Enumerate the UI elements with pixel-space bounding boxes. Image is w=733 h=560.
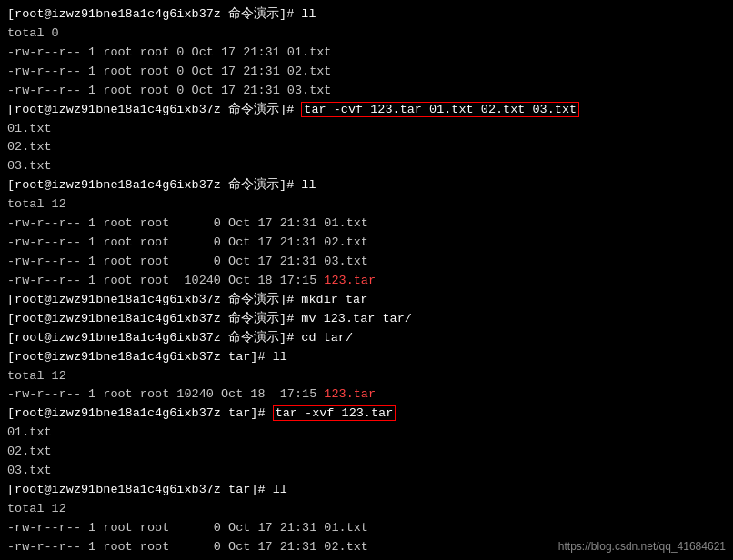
terminal-line: -rw-r--r-- 1 root root 0 Oct 17 21:31 02… [7,63,726,82]
terminal-line: 03.txt [7,157,726,176]
terminal-line: [root@izwz91bne18a1c4g6ixb37z 命令演示]# tar… [7,101,726,120]
terminal-line: 03.txt [7,462,726,481]
terminal-line: [root@izwz91bne18a1c4g6ixb37z 命令演示]# ll [7,176,726,195]
terminal-line: [root@izwz91bne18a1c4g6ixb37z 命令演示]# mv … [7,310,726,329]
terminal-line: total 0 [7,25,726,44]
terminal-line: total 12 [7,367,726,386]
terminal-line: -rw-r--r-- 1 root root 0 Oct 17 21:31 01… [7,44,726,63]
terminal-line: [root@izwz91bne18a1c4g6ixb37z 命令演示]# cd … [7,329,726,348]
terminal-line: -rw-r--r-- 1 root root 0 Oct 17 21:31 01… [7,215,726,234]
terminal-line: [root@izwz91bne18a1c4g6ixb37z 命令演示]# ll [7,5,726,25]
terminal-line: total 12 [7,195,726,215]
terminal-line: [root@izwz91bne18a1c4g6ixb37z tar]# ll [7,481,726,500]
terminal: [root@izwz91bne18a1c4g6ixb37z 命令演示]# llt… [0,0,733,560]
terminal-line: [root@izwz91bne18a1c4g6ixb37z tar]# tar … [7,405,726,424]
terminal-line: 01.txt [7,120,726,139]
terminal-line: -rw-r--r-- 1 root root 0 Oct 17 21:31 03… [7,82,726,101]
terminal-line: total 12 [7,500,726,519]
terminal-line: [root@izwz91bne18a1c4g6ixb37z tar]# ll [7,348,726,367]
terminal-line: -rw-r--r-- 1 root root 0 Oct 17 21:31 01… [7,519,726,538]
terminal-line: -rw-r--r-- 1 root root 0 Oct 17 21:31 03… [7,253,726,272]
terminal-line: 02.txt [7,443,726,462]
terminal-line: -rw-r--r-- 1 root root 0 Oct 17 21:31 02… [7,234,726,253]
terminal-line: -rw-r--r-- 1 root root 10240 Oct 18 17:1… [7,272,726,291]
terminal-line: 01.txt [7,424,726,443]
terminal-line: 02.txt [7,138,726,157]
terminal-line: -rw-r--r-- 1 root root 10240 Oct 18 17:1… [7,385,726,405]
watermark: https://blog.csdn.net/qq_41684621 [558,540,726,553]
terminal-line: [root@izwz91bne18a1c4g6ixb37z 命令演示]# mkd… [7,291,726,310]
